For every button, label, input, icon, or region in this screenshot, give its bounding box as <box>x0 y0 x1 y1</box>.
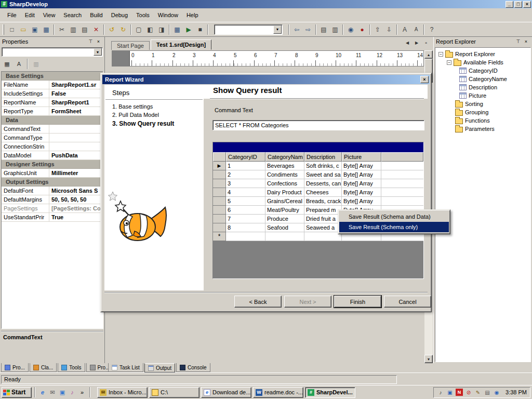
property-row[interactable]: DataModelPushData <box>2 151 103 160</box>
alphabetical-icon[interactable]: A <box>14 59 24 69</box>
menu-build[interactable]: Build <box>86 10 107 20</box>
redo-icon[interactable]: ↻ <box>117 24 129 35</box>
move-up-icon[interactable]: ⇧ <box>372 24 383 35</box>
row-selector[interactable] <box>213 179 226 188</box>
show-desktop-icon[interactable]: ▣ <box>58 388 67 397</box>
row-selector[interactable] <box>213 206 226 215</box>
save-all-icon[interactable]: ▦ <box>41 24 52 35</box>
volume-icon[interactable]: ♪ <box>437 389 444 396</box>
property-row[interactable]: CommandText <box>2 125 103 134</box>
tab-task-list[interactable]: Task List <box>108 363 143 372</box>
move-down-icon[interactable]: ⇩ <box>383 24 395 35</box>
tab-close-icon[interactable]: × <box>422 39 430 47</box>
column-header-picture[interactable]: Picture <box>342 152 381 162</box>
document-icon[interactable]: ▤ <box>318 24 329 35</box>
tree-node-parameters[interactable]: Parameters <box>435 125 530 133</box>
table-row[interactable]: 2CondimentsSweet and saByte[] Array <box>213 170 423 179</box>
antivirus-icon[interactable]: N <box>456 389 463 396</box>
object-selector-combobox[interactable]: ▼ <box>2 47 103 57</box>
delete-icon[interactable]: ✕ <box>90 24 102 35</box>
save-file-icon[interactable]: ▣ <box>29 24 41 35</box>
media-player-icon[interactable]: ♪ <box>68 388 77 397</box>
navigate-back-icon[interactable]: ⇦ <box>291 24 302 35</box>
column-header-categoryid[interactable]: CategoryID <box>226 152 265 162</box>
menu-search[interactable]: Search <box>59 10 86 20</box>
property-row[interactable]: ReportTypeFormSheet <box>2 107 103 116</box>
property-category[interactable]: Output Settings <box>2 178 103 187</box>
pin-icon[interactable]: ⊤ <box>514 38 522 45</box>
tab-start-page[interactable]: Start Page <box>111 41 150 50</box>
run-icon[interactable]: ▶ <box>183 24 194 35</box>
table-row[interactable]: 3ConfectionsDesserts, canByte[] Array <box>213 179 423 188</box>
tab-properties[interactable]: Pro... <box>1 363 29 372</box>
menu-item-save-schema-only[interactable]: Save Result (Schema only) <box>339 222 449 232</box>
menu-debug[interactable]: Debug <box>107 10 132 20</box>
keyboard-icon[interactable]: ▤ <box>484 389 491 396</box>
tab-scroll-left-icon[interactable]: ◀ <box>403 39 411 47</box>
minimize-button[interactable]: _ <box>506 1 513 8</box>
property-row[interactable]: PageSettings[PageSettings: Colo <box>2 204 103 213</box>
back-button[interactable]: < Back <box>234 296 282 308</box>
pen-icon[interactable]: ✎ <box>474 389 482 396</box>
table-row[interactable]: ▶ 1BeveragesSoft drinks, cByte[] Array <box>213 162 423 170</box>
row-selector[interactable]: ▶ <box>213 162 226 170</box>
pin-icon[interactable]: ⊤ <box>87 38 95 45</box>
panel-close-icon[interactable]: × <box>95 38 102 45</box>
menu-file[interactable]: File <box>3 10 21 20</box>
navigate-forward-icon[interactable]: ⇨ <box>302 24 314 35</box>
close-button[interactable]: × <box>523 1 531 8</box>
property-row[interactable]: ReportNameSharpReport1 <box>2 98 103 107</box>
task-inbox[interactable]: ✉Inbox - Micro... <box>97 387 148 398</box>
toolbar-grip[interactable] <box>3 24 4 35</box>
tree-node-sorting[interactable]: Sorting <box>435 100 530 108</box>
chevron-more-icon[interactable]: » <box>77 388 87 397</box>
task-download[interactable]: eDownload de... <box>201 387 251 398</box>
tree-node-categoryname[interactable]: CategoryName <box>435 75 530 83</box>
new-row-selector[interactable]: * <box>213 232 226 241</box>
wizard-close-icon[interactable]: × <box>420 76 429 83</box>
tree-node-report-explorer[interactable]: − Report Explorer <box>435 50 530 58</box>
tab-output[interactable]: Output <box>144 363 175 373</box>
column-header-description[interactable]: Description <box>304 152 342 162</box>
property-row[interactable]: IncludeSettingsFalse <box>2 89 103 98</box>
scroll-up-icon[interactable]: ▲ <box>424 50 433 59</box>
property-row[interactable]: GraphicsUnitMillimeter <box>2 169 103 178</box>
tree-node-functions[interactable]: Functions <box>435 116 530 125</box>
split-window-icon[interactable]: ◧ <box>144 24 156 35</box>
property-category[interactable]: Data <box>2 116 103 125</box>
start-button[interactable]: Start <box>2 387 32 398</box>
collapse-icon[interactable]: − <box>438 52 443 57</box>
cut-icon[interactable]: ✂ <box>56 24 68 35</box>
menu-view[interactable]: View <box>39 10 60 20</box>
row-selector[interactable] <box>213 215 226 223</box>
command-text-input[interactable] <box>212 120 424 130</box>
property-row[interactable]: UseStandartPrirTrue <box>2 213 103 222</box>
property-category[interactable]: Designer Settings <box>2 160 103 169</box>
row-selector[interactable] <box>213 170 226 179</box>
task-readme-doc[interactable]: Wreadme.doc -... <box>253 387 303 398</box>
open-file-icon[interactable]: ▭ <box>18 24 29 35</box>
new-file-icon[interactable]: □ <box>6 24 18 35</box>
tab-classes[interactable]: Cla... <box>30 363 57 372</box>
copy-icon[interactable]: ▥ <box>68 24 79 35</box>
cancel-button[interactable]: Cancel <box>384 296 431 308</box>
table-row[interactable]: 4Dairy ProductCheesesByte[] Array <box>213 188 423 197</box>
task-c-drive[interactable]: C:\ <box>149 387 200 398</box>
next-button[interactable]: Next > <box>284 296 331 308</box>
tree-node-available-fields[interactable]: − Available Fields <box>435 58 530 66</box>
record-icon[interactable]: ● <box>356 24 368 35</box>
menu-tools[interactable]: Tools <box>132 10 154 20</box>
column-header-categoryname[interactable]: CategoryNam <box>265 152 304 162</box>
menu-edit[interactable]: Edit <box>21 10 39 20</box>
property-pages-icon[interactable]: ▥ <box>31 59 42 69</box>
row-selector[interactable] <box>213 223 226 232</box>
chevron-down-icon[interactable]: ▼ <box>94 48 102 56</box>
tab-scroll-right-icon[interactable]: ▶ <box>413 39 421 47</box>
web-icon[interactable]: ◉ <box>345 24 356 35</box>
task-sharpdevelop[interactable]: #SharpDevel... <box>305 387 355 398</box>
tree-node-picture[interactable]: Picture <box>435 91 530 100</box>
tile-window-icon[interactable]: ◨ <box>156 24 167 35</box>
row-selector[interactable] <box>213 197 226 206</box>
collapse-icon[interactable]: − <box>447 60 451 65</box>
menu-help[interactable]: Help <box>182 10 203 20</box>
